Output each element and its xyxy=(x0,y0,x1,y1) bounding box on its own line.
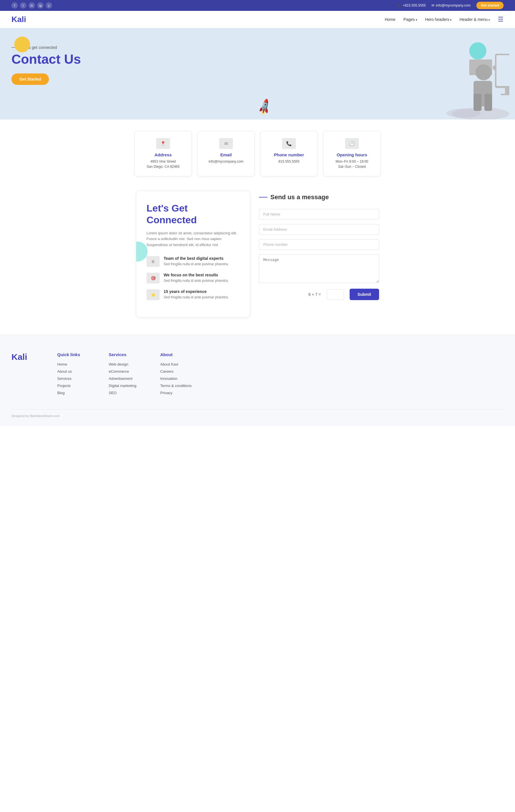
feature-title-0: Team of the best digital experts xyxy=(164,256,228,261)
svg-rect-7 xyxy=(495,54,509,88)
hero-illustration: 🚀 xyxy=(252,28,509,119)
form-header: Send us a message xyxy=(259,194,379,201)
footer-service-ecommerce[interactable]: eCommerce xyxy=(109,369,149,374)
nav-header-menu[interactable]: Header & menu xyxy=(460,17,490,22)
footer-service-seo[interactable]: SEO xyxy=(109,391,149,395)
feature-item-1: 🎯 We focus on the best results Sed fring… xyxy=(146,273,240,284)
connect-desc: Lorem ipsum dolor sit amet, consectetur … xyxy=(146,230,240,248)
footer-link-projects[interactable]: Projects xyxy=(57,383,97,388)
hero-title: Contact Us xyxy=(11,52,132,66)
contact-form-panel: Send us a message 6 + 7 = Submit xyxy=(259,191,379,300)
svg-rect-5 xyxy=(473,94,482,111)
svg-rect-9 xyxy=(505,88,509,94)
feature-item-2: ⭐ 15 years of experience Sed fringilla n… xyxy=(146,289,240,300)
phone-group xyxy=(259,239,379,250)
hours-line2: Sat–Sun – Closed xyxy=(329,164,375,169)
email-card-value: info@mycompany.com xyxy=(204,159,249,164)
message-group xyxy=(259,254,379,284)
footer-about-innovation[interactable]: Innovation xyxy=(160,376,200,381)
form-footer: 6 + 7 = Submit xyxy=(259,289,379,300)
navbar: Kali Home Pages Hero headers Header & me… xyxy=(0,11,515,28)
linkedin-icon[interactable]: ig xyxy=(37,2,44,8)
address-card: 📍 Address 4953 Vine Street San Diego, CA… xyxy=(134,131,192,176)
feature-title-2: 15 years of experience xyxy=(164,289,228,294)
full-name-group xyxy=(259,209,379,220)
top-phone: 📞 +815.555.5555 xyxy=(397,3,426,7)
svg-point-1 xyxy=(446,109,481,118)
footer-service-digital[interactable]: Digital marketing xyxy=(109,383,149,388)
hero-svg-figure xyxy=(389,36,509,119)
hero-section: Let's get connected Contact Us Get Start… xyxy=(0,28,515,119)
footer-about: About About Kavi Careers Innovation Term… xyxy=(160,352,200,398)
phone-icon: 📞 xyxy=(397,3,401,7)
phone-card-value: 815.555.5555 xyxy=(266,159,311,164)
instagram-icon[interactable]: in xyxy=(29,2,35,8)
twitter-icon[interactable]: t xyxy=(20,2,26,8)
phone-card-title: Phone number xyxy=(266,152,311,157)
address-card-title: Address xyxy=(140,152,186,157)
rocket-decoration: 🚀 xyxy=(255,98,274,117)
logo: Kali xyxy=(11,15,26,24)
phone-card-icon: 📞 xyxy=(282,138,296,149)
email-input[interactable] xyxy=(259,224,379,235)
feature-desc-2: Sed fringilla nulla id ante pulvinar pha… xyxy=(164,295,228,300)
hero-yellow-circle xyxy=(14,36,30,52)
feature-title-1: We focus on the best results xyxy=(164,273,228,277)
footer-link-blog[interactable]: Blog xyxy=(57,391,97,395)
email-card: ✉ Email info@mycompany.com xyxy=(197,131,255,176)
full-name-input[interactable] xyxy=(259,209,379,220)
top-bar-right: 📞 +815.555.5555 ✉ info@mycompany.com Get… xyxy=(397,2,504,9)
footer-quick-links: Quick links Home About us Services Proje… xyxy=(57,352,97,398)
connect-teal-circle xyxy=(136,241,147,262)
contact-cards-section: 📍 Address 4953 Vine Street San Diego, CA… xyxy=(0,119,515,182)
phone-card: 📞 Phone number 815.555.5555 xyxy=(260,131,318,176)
footer-service-webdesign[interactable]: Web design xyxy=(109,362,149,367)
footer-link-home[interactable]: Home xyxy=(57,362,97,367)
feature-text-2: 15 years of experience Sed fringilla nul… xyxy=(164,289,228,300)
footer-logo-col: Kali xyxy=(11,352,46,398)
feature-desc-0: Sed fringilla nulla id ante pulvinar pha… xyxy=(164,262,228,267)
svg-rect-2 xyxy=(469,59,492,75)
nav-home[interactable]: Home xyxy=(385,17,396,22)
hero-get-started-button[interactable]: Get Started xyxy=(11,74,49,85)
footer-about-privacy[interactable]: Privacy xyxy=(160,391,200,395)
footer-service-advertisement[interactable]: Advertisement xyxy=(109,376,149,381)
captcha-text: 6 + 7 = xyxy=(308,292,321,297)
top-get-started-button[interactable]: Get started xyxy=(477,2,504,9)
feature-desc-1: Sed fringilla nulla id ante pulvinar pha… xyxy=(164,278,228,283)
address-line2: San Diego, CA 92465 xyxy=(140,164,186,169)
footer-about-terms[interactable]: Terms & conditions xyxy=(160,383,200,388)
facebook-icon[interactable]: f xyxy=(11,2,18,8)
captcha-input[interactable] xyxy=(327,289,344,300)
email-card-title: Email xyxy=(204,152,249,157)
feature-text-0: Team of the best digital experts Sed fri… xyxy=(164,256,228,267)
hours-icon: 🕐 xyxy=(345,138,359,149)
form-title: Send us a message xyxy=(270,194,329,201)
social-icons: f t in ig y xyxy=(11,2,52,8)
footer-link-services[interactable]: Services xyxy=(57,376,97,381)
svg-rect-4 xyxy=(473,81,492,107)
connect-title: Let's Get Connected xyxy=(146,202,240,226)
submit-button[interactable]: Submit xyxy=(350,289,379,300)
email-icon: ✉ xyxy=(431,3,434,7)
message-textarea[interactable] xyxy=(259,254,379,283)
phone-input[interactable] xyxy=(259,239,379,250)
hours-card-title: Opening hours xyxy=(329,152,375,157)
feature-text-1: We focus on the best results Sed fringil… xyxy=(164,273,228,283)
hero-content: Let's get connected Contact Us Get Start… xyxy=(11,45,132,85)
nav-hero-headers[interactable]: Hero headers xyxy=(425,17,452,22)
hamburger-icon[interactable]: ☰ xyxy=(498,16,504,23)
footer-about-careers[interactable]: Careers xyxy=(160,369,200,374)
hero-small-circle xyxy=(493,65,498,70)
top-bar: f t in ig y 📞 +815.555.5555 ✉ info@mycom… xyxy=(0,0,515,11)
youtube-icon[interactable]: y xyxy=(46,2,52,8)
nav-links: Home Pages Hero headers Header & menu ☰ xyxy=(385,16,504,23)
footer-services-title: Services xyxy=(109,352,149,357)
email-group xyxy=(259,224,379,235)
footer-link-about[interactable]: About us xyxy=(57,369,97,374)
footer-about-title: About xyxy=(160,352,200,357)
nav-pages[interactable]: Pages xyxy=(403,17,417,22)
connect-section: Let's Get Connected Lorem ipsum dolor si… xyxy=(0,182,515,335)
footer-about-kavi[interactable]: About Kavi xyxy=(160,362,200,367)
address-icon: 📍 xyxy=(156,138,170,149)
